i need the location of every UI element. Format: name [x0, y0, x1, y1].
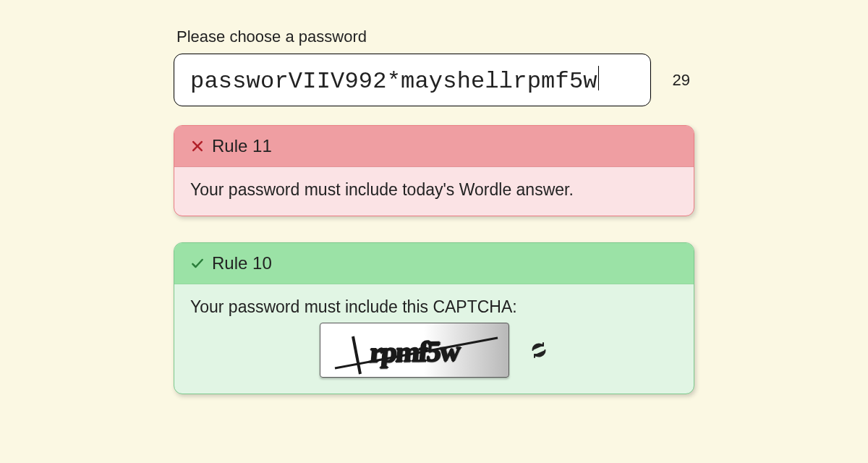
rule-title: Rule 10	[212, 253, 272, 273]
text-caret	[598, 66, 599, 90]
rule-header: Rule 11	[174, 126, 694, 167]
check-icon	[190, 256, 205, 271]
prompt-label: Please choose a password	[176, 27, 694, 46]
rule-card-11: Rule 11 Your password must include today…	[174, 125, 694, 216]
rule-body-text: Your password must include this CAPTCHA:	[190, 297, 678, 317]
captcha-text: rpmf5w	[368, 334, 461, 369]
rule-header: Rule 10	[174, 243, 694, 284]
password-input[interactable]: passworVIIV992*mayshellrpmf5w	[174, 54, 651, 106]
x-icon	[190, 139, 205, 153]
password-value: passworVIIV992*mayshellrpmf5w	[190, 68, 597, 95]
rule-title: Rule 11	[212, 136, 272, 156]
password-length-counter: 29	[673, 71, 690, 90]
rule-card-10: Rule 10 Your password must include this …	[174, 242, 694, 394]
captcha-image: rpmf5w	[320, 323, 509, 378]
svg-line-3	[353, 336, 360, 374]
refresh-captcha-button[interactable]	[529, 341, 548, 360]
rule-body: Your password must include this CAPTCHA:…	[174, 284, 694, 394]
password-row: passworVIIV992*mayshellrpmf5w 29	[174, 54, 694, 106]
rule-body: Your password must include today's Wordl…	[174, 167, 694, 216]
